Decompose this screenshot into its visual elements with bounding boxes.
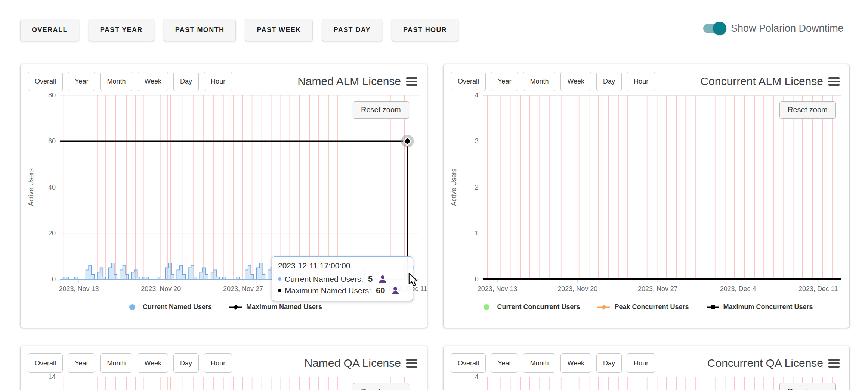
range-button-year[interactable]: Year <box>68 72 95 91</box>
toolbar-button-past-month[interactable]: PAST MONTH <box>164 19 236 41</box>
panel-title: Concurrent QA License <box>707 357 823 369</box>
x-tick-label: 2023, Nov 13 <box>478 285 518 293</box>
range-button-day[interactable]: Day <box>173 72 199 91</box>
y-tick-label: 0 <box>52 275 56 283</box>
range-button-week[interactable]: Week <box>138 353 168 373</box>
y-tick-label: 0 <box>475 275 479 283</box>
tooltip-timestamp: 2023-12-11 17:00:00 <box>278 261 407 270</box>
y-tick-label: 80 <box>48 91 56 99</box>
reset-zoom-button[interactable]: Reset zoom <box>353 383 409 390</box>
y-axis-title: Active Users <box>27 168 35 206</box>
panel-title: Named QA License <box>305 357 401 369</box>
toolbar-button-past-day[interactable]: PAST DAY <box>322 19 382 41</box>
chart-menu-icon[interactable] <box>828 77 840 86</box>
series-bullet-icon <box>278 289 281 292</box>
range-button-overall[interactable]: Overall <box>451 72 486 91</box>
tooltip-row-label: Maximum Named Users: <box>285 285 371 296</box>
range-button-day[interactable]: Day <box>596 353 622 373</box>
downtime-toggle-label: Show Polarion Downtime <box>731 23 844 34</box>
diamond-line-legend-icon <box>229 304 243 311</box>
chart-menu-icon[interactable] <box>828 359 840 368</box>
y-tick-label: 40 <box>48 184 56 191</box>
legend-label: Current Concurrent Users <box>497 303 580 311</box>
downtime-toggle-group: Show Polarion Downtime <box>702 21 844 36</box>
chart-legend: Current Concurrent UsersPeak Concurrent … <box>444 303 849 311</box>
reset-zoom-button[interactable]: Reset zoom <box>779 383 836 390</box>
range-button-month[interactable]: Month <box>523 353 555 373</box>
toolbar-button-overall[interactable]: OVERALL <box>21 19 79 41</box>
x-tick-label: 2023, Nov 13 <box>59 285 99 293</box>
legend-item[interactable]: Maximum Named Users <box>229 303 322 311</box>
range-button-year[interactable]: Year <box>491 72 518 91</box>
y-tick-label: 20 <box>48 230 56 237</box>
y-tick-label: 4 <box>475 91 479 99</box>
legend-label: Current Named Users <box>143 303 212 311</box>
legend-label: Maximum Concurrent Users <box>723 303 813 311</box>
range-button-year[interactable]: Year <box>68 353 95 373</box>
y-tick-label: 1 <box>475 230 479 237</box>
y-axis-title: Active Users <box>450 168 458 206</box>
range-button-year[interactable]: Year <box>491 353 518 373</box>
toolbar-button-past-year[interactable]: PAST YEAR <box>89 19 154 41</box>
range-buttons: OverallYearMonthWeekDayHour <box>451 72 655 91</box>
x-tick-label: 2023, Nov 20 <box>141 285 181 293</box>
toggle-thumb-icon <box>713 22 726 35</box>
range-buttons: OverallYearMonthWeekDayHour <box>28 353 232 373</box>
show-downtime-toggle[interactable] <box>702 21 726 36</box>
toolbar-button-past-hour[interactable]: PAST HOUR <box>392 19 458 41</box>
y-tick-label: 60 <box>48 137 56 145</box>
toolbar-button-past-week[interactable]: PAST WEEK <box>245 19 312 41</box>
panel-named-qa-license: OverallYearMonthWeekDayHour Named QA Lic… <box>21 346 427 390</box>
y-tick-label: 4 <box>475 373 479 381</box>
legend-item[interactable]: Current Concurrent Users <box>480 303 580 311</box>
legend-item[interactable]: Maximum Concurrent Users <box>706 303 813 311</box>
range-button-week[interactable]: Week <box>560 72 591 91</box>
tooltip-row-value: 5 <box>368 273 373 285</box>
range-button-week[interactable]: Week <box>560 353 591 373</box>
range-button-day[interactable]: Day <box>596 72 622 91</box>
x-tick-label: 2023, Dec 11 <box>799 285 838 293</box>
reset-zoom-button[interactable]: Reset zoom <box>353 101 409 119</box>
tooltip-row-current: Current Named Users: 5 <box>278 273 407 285</box>
person-icon <box>379 275 387 283</box>
range-button-hour[interactable]: Hour <box>204 72 232 91</box>
circle-legend-icon <box>480 304 493 311</box>
range-button-month[interactable]: Month <box>100 72 132 91</box>
diamond-line-legend-icon <box>597 304 611 311</box>
range-button-month[interactable]: Month <box>523 72 555 91</box>
panel-concurrent-qa-license: OverallYearMonthWeekDayHour Concurrent Q… <box>444 346 849 390</box>
legend-item[interactable]: Current Named Users <box>126 303 212 311</box>
legend-item[interactable]: Peak Concurrent Users <box>597 303 689 311</box>
range-button-week[interactable]: Week <box>138 72 168 91</box>
x-tick-label: 2023, Nov 20 <box>557 285 597 293</box>
chart-menu-icon[interactable] <box>406 77 417 86</box>
range-button-overall[interactable]: Overall <box>28 72 63 91</box>
legend-label: Maximum Named Users <box>246 303 322 311</box>
range-button-overall[interactable]: Overall <box>28 353 63 373</box>
tooltip-row-value: 60 <box>376 285 385 296</box>
chart-menu-icon[interactable] <box>406 359 417 368</box>
tooltip-row-label: Current Named Users: <box>285 273 363 285</box>
range-button-overall[interactable]: Overall <box>451 353 486 373</box>
x-tick-label: 2023, Nov 27 <box>638 285 678 293</box>
chart-legend: Current Named UsersMaximum Named Users <box>21 303 427 311</box>
chart-canvas[interactable]: 012342023, Nov 132023, Nov 202023, Nov 2… <box>444 90 849 299</box>
legend-label: Peak Concurrent Users <box>614 303 689 311</box>
circle-legend-icon <box>126 304 139 311</box>
range-buttons: OverallYearMonthWeekDayHour <box>28 72 232 91</box>
x-tick-label: 2023, Nov 27 <box>223 285 263 293</box>
range-button-hour[interactable]: Hour <box>627 72 655 91</box>
time-range-toolbar: OVERALL PAST YEAR PAST MONTH PAST WEEK P… <box>21 19 458 41</box>
reset-zoom-button[interactable]: Reset zoom <box>779 101 836 119</box>
panel-title: Named ALM License <box>297 75 401 88</box>
range-button-day[interactable]: Day <box>173 353 199 373</box>
square-line-legend-icon <box>706 304 720 311</box>
range-button-hour[interactable]: Hour <box>627 353 655 373</box>
y-tick-label: 3 <box>475 138 479 145</box>
person-icon <box>391 287 399 295</box>
range-button-month[interactable]: Month <box>100 353 132 373</box>
y-tick-label: 2 <box>475 184 479 191</box>
panel-title: Concurrent ALM License <box>700 75 823 88</box>
range-button-hour[interactable]: Hour <box>204 353 232 373</box>
mouse-cursor-icon <box>407 273 420 287</box>
